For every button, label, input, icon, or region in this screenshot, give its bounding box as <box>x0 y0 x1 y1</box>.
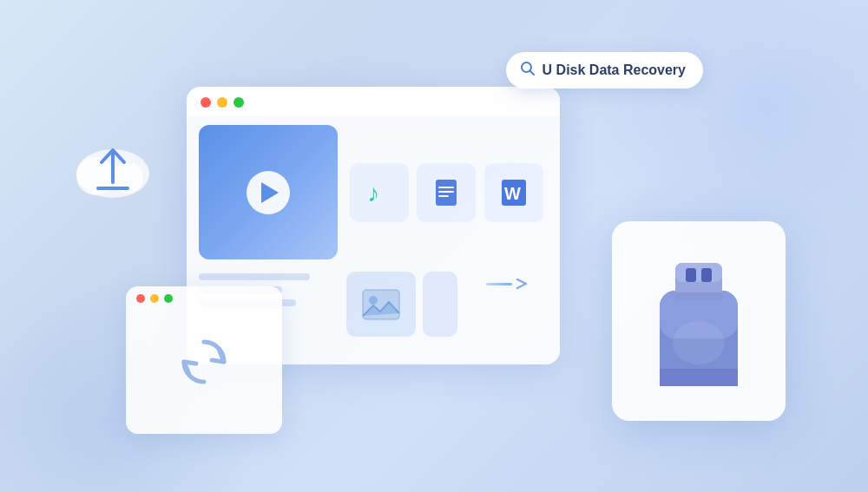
svg-rect-22 <box>675 292 722 299</box>
small-dot-green <box>164 294 173 303</box>
arrow-line <box>486 283 512 285</box>
svg-rect-20 <box>686 268 696 282</box>
music-file-icon: ♪ <box>350 163 409 222</box>
text-line-1 <box>199 273 310 280</box>
small-window-titlebar <box>126 286 282 310</box>
usb-drive-card <box>612 221 786 421</box>
svg-rect-25 <box>660 376 738 386</box>
window-titlebar <box>187 87 560 116</box>
dot-green <box>233 97 244 108</box>
small-recovery-window <box>126 286 282 434</box>
video-tile <box>199 125 338 259</box>
svg-point-23 <box>673 321 725 364</box>
document-file-icon <box>417 163 476 222</box>
small-window-content <box>126 310 282 414</box>
search-icon <box>520 61 536 80</box>
play-button <box>247 171 290 214</box>
svg-line-1 <box>529 71 534 75</box>
arrow-indicator <box>486 278 528 290</box>
small-dot-yellow <box>150 294 159 303</box>
svg-text:W: W <box>504 184 521 203</box>
svg-rect-19 <box>675 263 722 282</box>
partial-tile <box>423 272 457 337</box>
usb-drive-icon <box>642 247 755 395</box>
usb-drive-container <box>612 221 786 421</box>
small-dot-red <box>136 294 145 303</box>
cloud-upload-icon <box>65 134 161 204</box>
play-triangle-icon <box>261 182 279 203</box>
svg-text:♪: ♪ <box>367 180 379 207</box>
dot-yellow <box>217 97 227 108</box>
search-text: U Disk Data Recovery <box>542 62 686 78</box>
image-file-tile <box>346 272 416 337</box>
search-pill[interactable]: U Disk Data Recovery <box>506 52 703 89</box>
word-file-icon: W <box>484 163 543 222</box>
file-icon-grid: ♪ W <box>346 125 548 259</box>
dot-red <box>201 97 211 108</box>
svg-point-15 <box>369 296 378 305</box>
svg-rect-21 <box>701 268 712 282</box>
